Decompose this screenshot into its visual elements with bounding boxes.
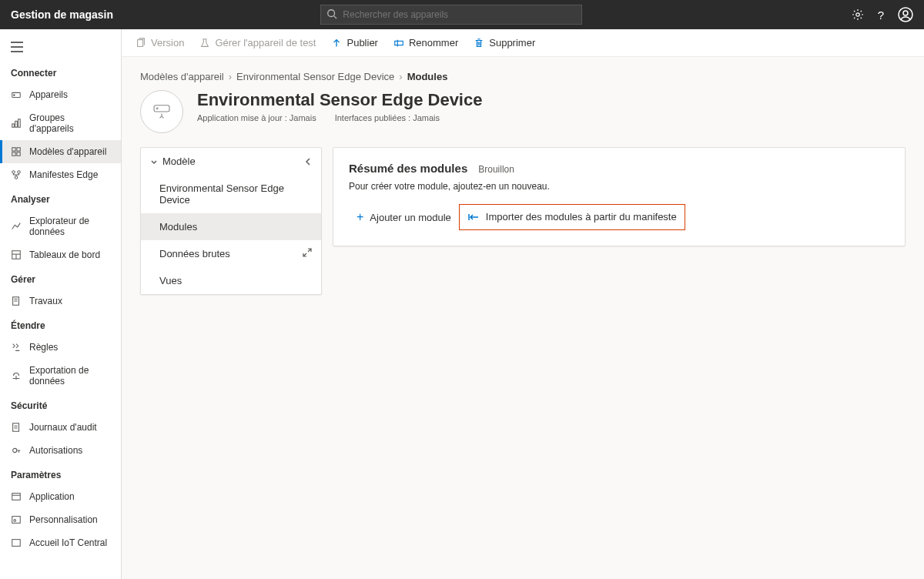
sidebar-item-manifestes[interactable]: Manifestes Edge (0, 163, 121, 186)
model-heading: Modèle (162, 156, 196, 167)
main-content: Version Gérer l'appareil de test Publier… (122, 29, 924, 579)
nav-label: Modèles d'appareil (29, 146, 106, 157)
device-icon (11, 89, 22, 100)
search-container (320, 5, 582, 25)
import-modules-button[interactable]: Importer des modules à partir du manifes… (460, 205, 685, 229)
app-title: Gestion de magasin (11, 8, 113, 21)
app-icon (11, 491, 22, 502)
breadcrumb-device[interactable]: Environmental Sensor Edge Device (236, 71, 394, 82)
nav-label: Journaux d'audit (29, 422, 97, 433)
svg-rect-26 (13, 423, 19, 432)
dashboard-icon (11, 249, 22, 260)
model-item-device[interactable]: Environmental Sensor Edge Device (141, 175, 321, 213)
chevron-left-icon[interactable] (304, 157, 312, 166)
analytics-icon (11, 221, 22, 232)
svg-point-9 (14, 95, 15, 95)
toolbar-version: Version (136, 37, 184, 49)
model-item-modules[interactable]: Modules (141, 213, 321, 240)
summary-title: Résumé des modules (349, 162, 467, 175)
add-module-button[interactable]: + Ajouter un module (349, 204, 459, 230)
model-panel-header[interactable]: Modèle (141, 148, 321, 175)
summary-status: Brouillon (478, 164, 514, 175)
sidebar-item-appareils[interactable]: Appareils (0, 83, 121, 106)
sidebar-item-regles[interactable]: Règles (0, 336, 121, 359)
sidebar-item-explorateur[interactable]: Explorateur de données (0, 209, 121, 243)
help-icon[interactable]: ? (878, 8, 884, 22)
toolbar-publish[interactable]: Publier (331, 37, 377, 49)
export-icon (11, 370, 22, 381)
model-item-views[interactable]: Vues (141, 267, 321, 294)
nav-label: Tableaux de bord (29, 249, 100, 260)
sidebar-section-parametres: Paramètres (0, 462, 121, 485)
sidebar-item-export[interactable]: Exportation de données (0, 359, 121, 393)
device-header: Environmental Sensor Edge Device Applica… (140, 90, 906, 133)
sidebar-section-connecter: Connecter (0, 60, 121, 83)
topbar: Gestion de magasin ? (0, 0, 924, 29)
templates-icon (11, 146, 22, 157)
sidebar-item-groupes[interactable]: Groupes d'appareils (0, 106, 121, 140)
toolbar: Version Gérer l'appareil de test Publier… (122, 29, 924, 57)
device-meta-updated: Application mise à jour : Jamais (197, 113, 316, 122)
toolbar-label: Supprimer (489, 37, 535, 49)
sidebar-item-journaux[interactable]: Journaux d'audit (0, 416, 121, 439)
toolbar-label: Publier (346, 37, 377, 49)
breadcrumb-root[interactable]: Modèles d'appareil (140, 71, 224, 82)
svg-point-17 (12, 171, 15, 174)
nav-label: Application (29, 491, 75, 502)
sidebar-item-personnalisation[interactable]: Personnalisation (0, 508, 121, 531)
svg-point-29 (13, 448, 17, 452)
sidebar-item-application[interactable]: Application (0, 485, 121, 508)
chevron-right-icon: › (229, 71, 232, 82)
sidebar-section-securite: Sécurité (0, 393, 121, 416)
device-avatar-icon (140, 90, 183, 133)
chevron-right-icon: › (399, 71, 402, 82)
model-item-raw-data[interactable]: Données brutes (141, 240, 321, 267)
home-icon (11, 537, 22, 548)
sidebar-section-etendre: Étendre (0, 313, 121, 336)
account-icon[interactable] (898, 7, 913, 22)
svg-rect-32 (12, 517, 21, 524)
svg-rect-36 (395, 41, 403, 45)
summary-panel: Résumé des modules Brouillon Pour créer … (333, 147, 906, 246)
breadcrumb: Modèles d'appareil › Environmental Senso… (140, 71, 906, 82)
publish-icon (331, 38, 342, 49)
chevron-down-icon (150, 158, 158, 166)
sidebar-section-analyser: Analyser (0, 186, 121, 209)
toolbar-label: Gérer l'appareil de test (215, 37, 316, 49)
rules-icon (11, 342, 22, 353)
permissions-icon (11, 445, 22, 456)
toolbar-rename[interactable]: Renommer (393, 37, 458, 49)
trash-icon (474, 38, 484, 49)
svg-point-39 (156, 108, 158, 109)
breadcrumb-current: Modules (407, 71, 448, 82)
svg-line-1 (334, 16, 337, 19)
nav-label: Explorateur de données (29, 216, 110, 237)
svg-point-2 (855, 13, 859, 16)
sidebar-item-modeles[interactable]: Modèles d'appareil (0, 140, 121, 163)
svg-point-33 (14, 520, 16, 522)
svg-rect-15 (12, 152, 15, 156)
svg-rect-10 (12, 124, 15, 127)
expand-icon[interactable] (303, 248, 312, 257)
sidebar-item-autorisations[interactable]: Autorisations (0, 439, 121, 462)
manifest-icon (11, 169, 22, 180)
toolbar-delete[interactable]: Supprimer (474, 37, 535, 49)
search-input[interactable] (320, 5, 582, 25)
svg-rect-11 (15, 121, 18, 127)
toolbar-manage-test: Gérer l'appareil de test (199, 37, 316, 49)
nav-label: Accueil IoT Central (29, 537, 107, 548)
device-title: Environmental Sensor Edge Device (197, 90, 482, 110)
nav-label: Manifestes Edge (29, 169, 98, 180)
gear-icon[interactable] (852, 8, 864, 21)
nav-label: Autorisations (29, 445, 82, 456)
topbar-right: ? (852, 7, 913, 22)
sidebar-item-tableaux[interactable]: Tableaux de bord (0, 243, 121, 266)
nav-label: Règles (29, 342, 58, 353)
sidebar-item-accueil[interactable]: Accueil IoT Central (0, 531, 121, 554)
hamburger-icon[interactable] (0, 37, 121, 60)
sidebar-section-gerer: Gérer (0, 266, 121, 290)
sidebar-item-travaux[interactable]: Travaux (0, 290, 121, 313)
nav-label: Travaux (29, 296, 62, 306)
import-icon (467, 213, 480, 222)
device-meta-published: Interfaces publiées : Jamais (335, 113, 440, 122)
